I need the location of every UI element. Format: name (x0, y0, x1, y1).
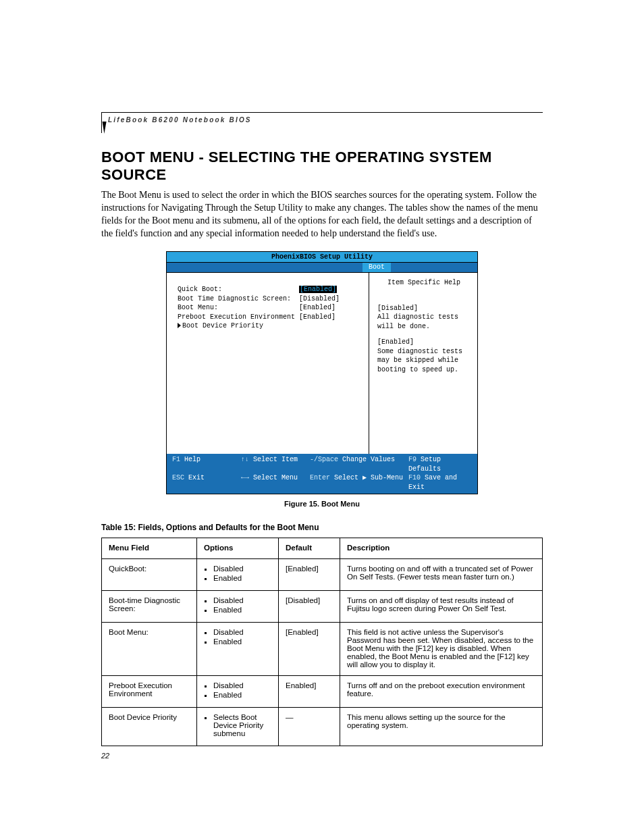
table-header-row: Menu Field Options Default Description (102, 538, 543, 559)
cell-description: Turns off and on the preboot execution e… (340, 676, 543, 708)
cell-menu-field: Boot Device Priority (102, 708, 197, 746)
header-rule (101, 112, 543, 113)
key-updown: ↑↓ (241, 456, 249, 463)
submenu-arrow-icon (178, 321, 182, 331)
key-f9: F9 (408, 456, 417, 463)
key-space: -/Space (310, 456, 338, 463)
cell-options: DisabledEnabled (197, 623, 279, 676)
section-title: BOOT MENU - SELECTING THE OPERATING SYST… (101, 149, 543, 184)
bios-row-diag-screen: Boot Time Diagnostic Screen: [Disabled] (178, 294, 362, 304)
th-default: Default (279, 538, 340, 559)
bios-submenu-label: Boot Device Priority (182, 321, 263, 331)
cell-menu-field: Boot-time Diagnostic Screen: (102, 591, 197, 623)
th-description: Description (340, 538, 543, 559)
key-f10: F10 (408, 474, 421, 481)
table-row: Boot Menu:DisabledEnabled[Enabled]This f… (102, 623, 543, 676)
bios-body: Quick Boot: [Enabled] Boot Time Diagnost… (167, 273, 477, 454)
cell-options: DisabledEnabled (197, 559, 279, 591)
cell-menu-field: Preboot Execution Environment (102, 676, 197, 708)
bios-label: Quick Boot: (178, 285, 299, 294)
bios-figure: PhoenixBIOS Setup Utility Boot Quick Boo… (166, 251, 478, 495)
bios-row-pxe: Preboot Execution Environment [Enabled] (178, 313, 362, 322)
cell-default: Enabled] (279, 676, 340, 708)
bios-tab-boot: Boot (363, 263, 391, 272)
option-item: Disabled (213, 565, 271, 573)
cell-description: This menu allows setting up the source f… (340, 708, 543, 746)
fields-table: Menu Field Options Default Description Q… (101, 538, 543, 746)
cell-menu-field: Boot Menu: (102, 623, 197, 676)
bios-row-submenu: Boot Device Priority (178, 321, 362, 331)
bios-footer: F1 Help ↑↓ Select Item -/Space Change Va… (167, 454, 477, 494)
bios-row-quick-boot: Quick Boot: [Enabled] (178, 285, 362, 294)
bios-help-enabled-text: Some diagnostic tests may be skipped whi… (377, 347, 471, 375)
bios-settings-pane: Quick Boot: [Enabled] Boot Time Diagnost… (167, 273, 369, 454)
cell-description: This field is not active unless the Supe… (340, 623, 543, 676)
bios-value: [Disabled] (299, 294, 353, 304)
option-item: Enabled (213, 637, 271, 646)
bios-help-enabled-label: [Enabled] (377, 338, 471, 347)
key-leftright: ←→ (241, 474, 249, 481)
key-f1: F1 (172, 456, 180, 463)
corner-ornament-icon (97, 122, 106, 134)
cell-options: DisabledEnabled (197, 591, 279, 623)
table-row: QuickBoot:DisabledEnabled[Enabled]Turns … (102, 559, 543, 591)
cell-default: — (279, 708, 340, 746)
bios-label: Boot Menu: (178, 303, 299, 313)
option-item: Disabled (213, 628, 271, 636)
th-menu-field: Menu Field (102, 538, 197, 559)
cell-description: Turns on and off display of test results… (340, 591, 543, 623)
option-item: Selects Boot Device Priority submenu (213, 713, 271, 737)
bios-title: PhoenixBIOS Setup Utility (167, 252, 477, 263)
bios-row-boot-menu: Boot Menu: [Enabled] (178, 303, 362, 313)
bios-label: Boot Time Diagnostic Screen: (178, 294, 299, 304)
bios-help-title: Item Specific Help (377, 278, 471, 288)
th-options: Options (197, 538, 279, 559)
table-row: Boot Device PrioritySelects Boot Device … (102, 708, 543, 746)
running-header: LifeBook B6200 Notebook BIOS (108, 116, 252, 124)
bios-label: Preboot Execution Environment (178, 313, 299, 322)
key-esc: ESC (172, 474, 184, 481)
bios-value-selected: [Enabled] (299, 285, 353, 294)
figure-caption: Figure 15. Boot Menu (101, 500, 543, 508)
cell-description: Turns booting on and off with a truncate… (340, 559, 543, 591)
bios-help-disabled-text: All diagnostic tests will be done. (377, 313, 471, 331)
table-title: Table 15: Fields, Options and Defaults f… (101, 523, 543, 532)
option-item: Enabled (213, 606, 271, 614)
cell-default: [Enabled] (279, 559, 340, 591)
bios-value: [Enabled] (299, 303, 353, 313)
page-number: 22 (101, 752, 109, 760)
option-item: Disabled (213, 681, 271, 689)
cell-options: Selects Boot Device Priority submenu (197, 708, 279, 746)
cell-default: [Disabled] (279, 591, 340, 623)
cell-menu-field: QuickBoot: (102, 559, 197, 591)
bios-value: [Enabled] (299, 313, 353, 322)
table-row: Boot-time Diagnostic Screen:DisabledEnab… (102, 591, 543, 623)
key-enter: Enter (310, 474, 330, 481)
intro-paragraph: The Boot Menu is used to select the orde… (101, 189, 543, 240)
option-item: Disabled (213, 596, 271, 604)
bios-help-pane: Item Specific Help [Disabled] All diagno… (369, 273, 477, 454)
bios-tab-bar: Boot (167, 263, 477, 273)
document-page: LifeBook B6200 Notebook BIOS BOOT MENU -… (0, 0, 644, 834)
cell-default: [Enabled] (279, 623, 340, 676)
option-item: Enabled (213, 691, 271, 699)
bios-help-disabled-label: [Disabled] (377, 304, 471, 313)
option-item: Enabled (213, 574, 271, 582)
table-row: Preboot Execution EnvironmentDisabledEna… (102, 676, 543, 708)
cell-options: DisabledEnabled (197, 676, 279, 708)
